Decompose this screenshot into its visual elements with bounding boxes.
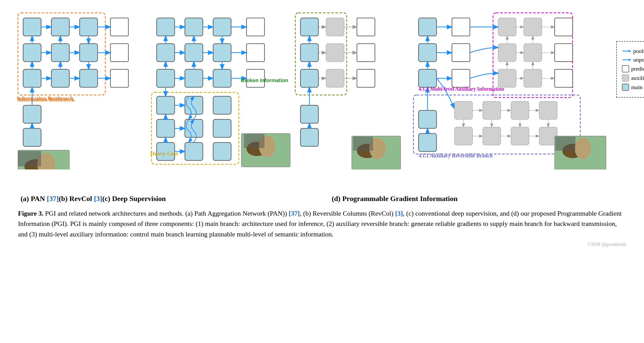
svg-rect-118 <box>452 18 470 36</box>
svg-rect-112 <box>353 137 373 151</box>
svg-rect-153 <box>454 127 472 145</box>
legend-box: pooling unpooling prediction head auxili… <box>616 41 644 98</box>
svg-rect-119 <box>452 44 470 62</box>
aux-reversible-label: 4.1.1 Auxiliary Reversible Branch <box>419 153 493 159</box>
svg-rect-86 <box>244 134 264 148</box>
watermark: CSDN @gworkholli <box>588 242 626 247</box>
svg-rect-96 <box>357 69 375 87</box>
svg-rect-91 <box>326 18 344 36</box>
svg-rect-68 <box>185 96 203 114</box>
svg-rect-95 <box>357 44 375 62</box>
svg-rect-2 <box>51 18 69 36</box>
svg-rect-3 <box>80 18 98 36</box>
legend-unpooling: unpooling <box>622 56 644 63</box>
diagram-revcol: Broken Information Heavy Cost <box>149 10 293 169</box>
info-bottleneck-label2: Information Bottleneck <box>17 95 73 102</box>
svg-rect-39 <box>157 18 175 36</box>
caption-pan-label: (a) PAN <box>21 195 45 203</box>
svg-rect-145 <box>419 110 437 128</box>
svg-rect-1 <box>23 18 41 36</box>
caption-revcol: (b) RevCol [3] <box>59 195 102 203</box>
svg-marker-172 <box>629 50 631 52</box>
caption-ds: (c) Deep Supervision <box>102 195 166 203</box>
figure-text: PGI and related network architectures an… <box>18 210 622 238</box>
ref-3: [3] <box>395 210 403 217</box>
svg-rect-6 <box>80 44 98 62</box>
svg-rect-67 <box>157 96 175 114</box>
caption-pgi-label: (d) Programmable Gradient Information <box>332 195 458 203</box>
svg-rect-92 <box>326 44 344 62</box>
svg-rect-152 <box>539 101 557 119</box>
figure-caption: Figure 3. PGI and related network archit… <box>15 208 629 240</box>
multi-level-label: 4.1.2 Multi-level Auxiliary Information <box>419 86 504 92</box>
caption-revcol-label: (b) RevCol <box>59 195 92 203</box>
legend-main-branch-label: main branch <box>631 84 644 91</box>
svg-rect-129 <box>498 44 516 62</box>
svg-rect-69 <box>213 96 231 114</box>
svg-rect-90 <box>300 69 318 87</box>
legend-main-branch: main branch <box>622 84 644 91</box>
svg-rect-74 <box>185 142 203 160</box>
svg-rect-127 <box>524 18 542 36</box>
svg-rect-131 <box>555 44 573 62</box>
svg-marker-174 <box>629 59 631 61</box>
caption-pan-ref: [37] <box>47 195 59 203</box>
svg-rect-47 <box>213 69 231 87</box>
svg-rect-12 <box>110 69 128 87</box>
diagram-area: Information Bottleneck Information Bottl… <box>15 10 629 190</box>
svg-rect-134 <box>555 69 573 87</box>
heavy-cost-label: Heavy Cost <box>150 150 178 157</box>
pan-svg <box>15 10 149 169</box>
svg-rect-146 <box>419 134 437 151</box>
svg-rect-9 <box>80 69 98 87</box>
svg-rect-120 <box>452 69 470 87</box>
diagram-pan: Information Bottleneck Information Bottl… <box>15 10 149 169</box>
revcol-svg: Broken Information <box>149 10 293 169</box>
svg-rect-40 <box>185 18 203 36</box>
legend-unpooling-label: unpooling <box>633 56 644 63</box>
main-container: Information Bottleneck Information Bottl… <box>0 0 644 250</box>
legend-pooling-label: pooling <box>633 48 644 54</box>
svg-rect-38 <box>18 151 41 166</box>
svg-rect-71 <box>185 119 203 137</box>
svg-rect-132 <box>498 69 516 87</box>
svg-rect-42 <box>157 44 175 62</box>
svg-rect-70 <box>157 119 175 137</box>
svg-rect-75 <box>213 142 231 160</box>
svg-rect-44 <box>213 44 231 62</box>
svg-rect-11 <box>110 44 128 62</box>
svg-point-169 <box>575 138 591 159</box>
svg-rect-150 <box>483 101 501 119</box>
svg-rect-29 <box>23 128 41 146</box>
caption-revcol-ref: [3] <box>94 195 102 203</box>
svg-rect-88 <box>300 18 318 36</box>
svg-rect-170 <box>555 137 575 151</box>
svg-rect-8 <box>51 69 69 87</box>
svg-rect-7 <box>23 69 41 87</box>
svg-rect-105 <box>300 105 318 123</box>
svg-rect-126 <box>498 18 516 36</box>
legend-pooling: pooling <box>622 48 644 54</box>
svg-rect-49 <box>247 44 264 62</box>
svg-rect-41 <box>213 18 231 36</box>
caption-row: (a) PAN [37] (b) RevCol [3] (c) Deep Sup… <box>15 195 629 203</box>
svg-rect-72 <box>213 119 231 137</box>
svg-rect-93 <box>326 69 344 87</box>
svg-rect-94 <box>357 18 375 36</box>
svg-rect-154 <box>483 127 501 145</box>
svg-rect-46 <box>185 69 203 87</box>
svg-rect-28 <box>23 105 41 123</box>
svg-rect-116 <box>419 44 437 62</box>
svg-rect-89 <box>300 44 318 62</box>
diagram-pgi: 4.1.2 Multi-level Auxiliary Information … <box>416 10 616 169</box>
svg-rect-48 <box>247 18 264 36</box>
figure-num: Figure 3. <box>18 210 43 217</box>
svg-rect-43 <box>185 44 203 62</box>
svg-rect-151 <box>511 101 529 119</box>
svg-rect-128 <box>555 18 573 36</box>
svg-text:Broken Information: Broken Information <box>241 78 288 83</box>
ref-37: [37] <box>289 210 300 217</box>
legend-pred-head-label: prediction head <box>631 65 644 72</box>
legend-aux-branch-label: auxiliary branch <box>631 75 644 81</box>
svg-rect-106 <box>300 128 318 146</box>
